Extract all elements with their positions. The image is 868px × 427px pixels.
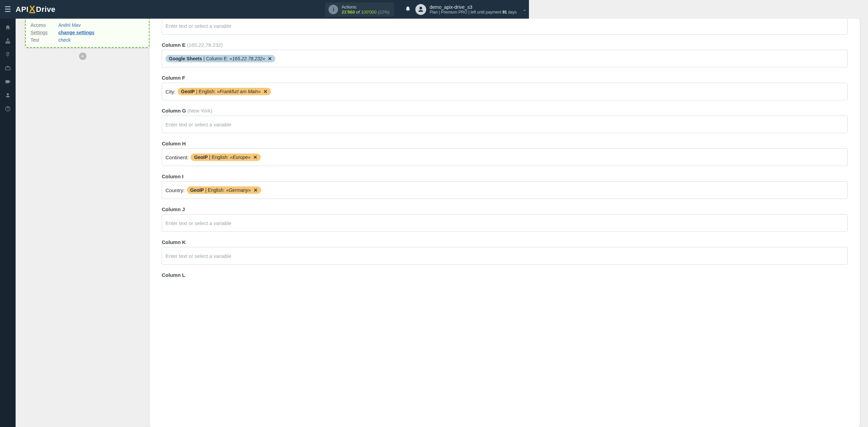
actions-used: 21'960	[341, 9, 355, 15]
field-input[interactable]: City:GeoIP | English: «Frankfurt am Main…	[162, 83, 529, 100]
actions-total: 100'000	[361, 9, 377, 15]
step-row: Testcheck	[31, 36, 144, 44]
user-name: demo_apix-drive_s3	[430, 4, 517, 10]
variable-chip[interactable]: GeoIP | English: «Europe»✕	[191, 154, 261, 161]
field-input[interactable]: Country:GeoIP | English: «Germany»✕	[162, 181, 529, 199]
field-G: Column G (New York)Enter text or select …	[162, 108, 529, 133]
step-row: Settingschange settings	[31, 29, 144, 36]
rail-video-icon[interactable]	[0, 75, 16, 88]
step-row-value: check	[58, 36, 71, 44]
add-step-button[interactable]: +	[79, 53, 86, 60]
chip-remove-icon[interactable]: ✕	[254, 187, 258, 193]
main-panel: Column D (15750000000)Enter text or sele…	[150, 19, 529, 261]
left-rail	[0, 19, 16, 261]
actions-title: Actions:	[341, 4, 390, 9]
field-E: Column E (165.22.78.232)Google Sheets | …	[162, 42, 529, 67]
steps-sidepanel: AccessAndrii MavSettingschange settingsT…	[16, 19, 150, 261]
field-label: Column K	[162, 239, 529, 245]
chip-remove-icon[interactable]: ✕	[268, 56, 272, 61]
actions-counter[interactable]: Actions: 21'960 of 100'000 (22%)	[325, 2, 394, 17]
rail-connections-icon[interactable]	[0, 34, 16, 48]
info-icon	[329, 5, 338, 14]
field-D: Column D (15750000000)Enter text or sele…	[162, 19, 529, 35]
actions-pct: (22%)	[378, 9, 390, 15]
logo-right: Drive	[36, 5, 56, 14]
notifications-bell-icon[interactable]	[400, 5, 415, 13]
logo[interactable]: API X Drive	[16, 5, 56, 14]
avatar-icon	[415, 4, 426, 15]
placeholder-text: Enter text or select a variable	[165, 122, 231, 127]
field-input[interactable]: Enter text or select a variable	[162, 116, 529, 133]
step-row-value: change settings	[58, 29, 95, 36]
user-text: demo_apix-drive_s3 Plan | Premium PRO | …	[430, 4, 517, 15]
step-row-label: Access	[31, 21, 58, 29]
field-prefix: Country:	[165, 187, 185, 193]
placeholder-text: Enter text or select a variable	[165, 23, 231, 29]
field-input[interactable]: Enter text or select a variable	[162, 19, 529, 35]
rail-home-icon[interactable]	[0, 21, 16, 34]
field-input[interactable]: Continent:GeoIP | English: «Europe»✕	[162, 148, 529, 166]
field-I: Column ICountry:GeoIP | English: «German…	[162, 174, 529, 199]
chip-remove-icon[interactable]: ✕	[263, 89, 268, 94]
step-row-label: Settings	[31, 29, 58, 36]
chip-remove-icon[interactable]: ✕	[253, 155, 257, 160]
field-input[interactable]: Enter text or select a variable	[162, 247, 529, 261]
field-input[interactable]: Google Sheets | Column E: «165.22.78.232…	[162, 50, 529, 67]
variable-chip[interactable]: GeoIP | English: «Frankfurt am Main»✕	[178, 88, 271, 95]
rail-help-icon[interactable]	[0, 102, 16, 116]
rail-billing-icon[interactable]	[0, 48, 16, 61]
step-row-link[interactable]: change settings	[58, 30, 95, 35]
logo-x-icon: X	[29, 5, 35, 14]
field-label: Column J	[162, 206, 529, 212]
user-plan: Plan | Premium PRO | left until payment …	[430, 10, 517, 15]
variable-chip[interactable]: GeoIP | English: «Germany»✕	[187, 186, 261, 194]
step-row-link[interactable]: check	[58, 37, 71, 43]
field-label: Column I	[162, 174, 529, 179]
placeholder-text: Enter text or select a variable	[165, 253, 231, 259]
topbar: ☰ API X Drive Actions: 21'960 of 100'000…	[0, 0, 529, 19]
user-menu[interactable]: demo_apix-drive_s3 Plan | Premium PRO | …	[415, 4, 529, 15]
field-input[interactable]: Enter text or select a variable	[162, 214, 529, 232]
field-H: Column HContinent:GeoIP | English: «Euro…	[162, 141, 529, 166]
step-row-label: Test	[31, 36, 58, 44]
logo-left: API	[16, 5, 28, 14]
field-label: Column G (New York)	[162, 108, 529, 114]
step-row-link[interactable]: Andrii Mav	[58, 22, 81, 28]
placeholder-text: Enter text or select a variable	[165, 220, 231, 226]
step-card: AccessAndrii MavSettingschange settingsT…	[25, 19, 150, 48]
rail-account-icon[interactable]	[0, 88, 16, 102]
field-prefix: Continent:	[165, 155, 189, 160]
field-label: Column H	[162, 141, 529, 146]
variable-chip[interactable]: Google Sheets | Column E: «165.22.78.232…	[165, 55, 275, 62]
field-F: Column FCity:GeoIP | English: «Frankfurt…	[162, 75, 529, 100]
field-K: Column KEnter text or select a variable	[162, 239, 529, 261]
step-row: AccessAndrii Mav	[31, 21, 144, 29]
chevron-down-icon: ⌄	[523, 7, 526, 12]
field-prefix: City:	[165, 89, 176, 95]
hamburger-icon[interactable]: ☰	[0, 5, 16, 14]
rail-briefcase-icon[interactable]	[0, 61, 16, 75]
field-J: Column JEnter text or select a variable	[162, 206, 529, 232]
actions-of: of	[356, 9, 360, 15]
field-label: Column F	[162, 75, 529, 81]
field-label: Column E (165.22.78.232)	[162, 42, 529, 48]
step-row-value: Andrii Mav	[58, 21, 81, 29]
actions-values: 21'960 of 100'000 (22%)	[341, 9, 390, 15]
